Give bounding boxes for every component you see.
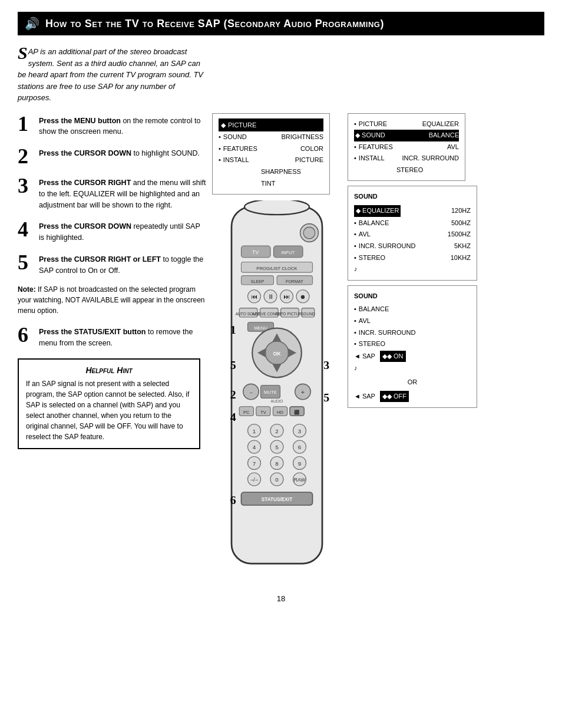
step-5-number: 5 (18, 252, 34, 273)
left-column: 1 Press the MENU button on the remote co… (18, 113, 206, 577)
svg-text:7: 7 (253, 460, 256, 467)
remote-area: ◆ PICTURE • SOUND BRIGHTNESS • FEATURES … (212, 113, 342, 577)
step-1-number: 1 (18, 113, 34, 134)
menu-screen-2: • PICTURE EQUALIZER ◆ SOUND BALANCE • FE… (348, 113, 465, 182)
svg-text:AUTO PICTURE: AUTO PICTURE (276, 312, 305, 316)
svg-text:MUTE: MUTE (264, 390, 277, 395)
menu3-equalizer: ◆ EQUALIZER 120HZ (354, 205, 471, 218)
svg-text:2: 2 (275, 428, 279, 434)
svg-text:3: 3 (298, 428, 302, 434)
page-title: How to Set the TV to Receive SAP (Second… (45, 18, 384, 30)
menu3-balance: • BALANCE 500HZ (354, 218, 471, 229)
svg-text:OK: OK (273, 351, 281, 357)
menu4-title: SOUND (354, 291, 471, 302)
menu4-stereo: • STEREO (354, 338, 471, 350)
svg-text:3: 3 (323, 358, 329, 371)
intro-paragraph: SAP is an additional part of the stereo … (18, 46, 206, 104)
svg-text:⏺: ⏺ (300, 294, 306, 300)
svg-text:9: 9 (298, 460, 302, 467)
menu3-stereo: • STEREO 10KHZ (354, 252, 471, 264)
page-number: 18 (18, 594, 544, 603)
step-2: 2 Press the CURSOR DOWN to highlight SOU… (18, 146, 206, 167)
svg-point-3 (303, 227, 315, 239)
hint-text: If an SAP signal is not present with a s… (26, 378, 192, 442)
note-text: Note: If SAP is not broadcasted on the s… (18, 284, 206, 316)
menu3-title: SOUND (354, 191, 471, 202)
step-2-number: 2 (18, 146, 34, 167)
step-1: 1 Press the MENU button on the remote co… (18, 113, 206, 138)
step-5-text: Press the CURSOR RIGHT or LEFT to toggle… (39, 252, 206, 276)
svg-point-1 (244, 200, 309, 215)
svg-text:2: 2 (230, 388, 236, 401)
svg-text:⬛: ⬛ (294, 409, 300, 415)
menu3-incr: • INCR. SURROUND 5KHZ (354, 241, 471, 252)
menu4-balance: • BALANCE (354, 304, 471, 315)
menu4-incr: • INCR. SURROUND (354, 327, 471, 339)
menu-screen-4: SOUND • BALANCE • AVL • INCR. SURROUND (348, 285, 477, 409)
step-2-text: Press the CURSOR DOWN to highlight SOUND… (39, 146, 200, 159)
svg-text:+: + (301, 388, 305, 396)
or-label: OR (354, 377, 471, 388)
menu2-features: • FEATURES AVL (354, 141, 459, 153)
helpful-hint-box: Helpful Hint If an SAP signal is not pre… (18, 358, 200, 449)
step-4: 4 Press the CURSOR DOWN repeatedly until… (18, 219, 206, 243)
menu-screen-1: ◆ PICTURE • SOUND BRIGHTNESS • FEATURES … (212, 113, 330, 195)
menu4-note: ♪ (354, 363, 471, 374)
menu-screen-3: SOUND ◆ EQUALIZER 120HZ • BALANCE 500HZ … (348, 186, 477, 280)
svg-text:TV: TV (260, 410, 267, 415)
step-4-number: 4 (18, 219, 34, 240)
intro-text: AP is an additional part of the stereo b… (18, 47, 203, 102)
svg-text:5: 5 (275, 444, 279, 451)
menu-1-row-tint: TINT (219, 178, 323, 190)
right-panels: • PICTURE EQUALIZER ◆ SOUND BALANCE • FE… (348, 113, 477, 409)
svg-text:STATUS/EXIT: STATUS/EXIT (262, 498, 292, 503)
svg-text:1: 1 (230, 323, 236, 336)
step-1-text: Press the MENU button on the remote cont… (39, 113, 206, 138)
step-5: 5 Press the CURSOR RIGHT or LEFT to togg… (18, 252, 206, 276)
svg-text:0: 0 (275, 477, 279, 483)
menu-1-row-features: • FEATURES COLOR (219, 143, 323, 155)
remote-svg: TV INPUT PROG/LIST CLOCK SLEEP FORMAT ⏮ (212, 200, 342, 577)
step-3-number: 3 (18, 175, 34, 196)
main-layout: 1 Press the MENU button on the remote co… (18, 113, 544, 577)
svg-text:FORMAT: FORMAT (286, 279, 303, 284)
svg-text:⏭: ⏭ (283, 293, 290, 300)
audio-icon: 🔊 (25, 17, 39, 31)
hint-title: Helpful Hint (26, 365, 192, 375)
menu2-picture: • PICTURE EQUALIZER (354, 118, 459, 130)
svg-text:PROG/LIST  CLOCK: PROG/LIST CLOCK (256, 266, 297, 271)
svg-text:INPUT: INPUT (281, 250, 295, 255)
svg-text:⏸: ⏸ (267, 293, 274, 300)
svg-text:8: 8 (275, 460, 279, 467)
svg-text:PC: PC (243, 410, 250, 415)
step-6-number: 6 (18, 324, 34, 345)
menu2-install: • INSTALL INCR. SURROUND (354, 153, 459, 164)
arrow-icon: ◆ (221, 120, 226, 131)
svg-text:⏮: ⏮ (251, 293, 257, 300)
svg-text:−: − (249, 390, 252, 396)
svg-text:SOUND: SOUND (301, 312, 315, 316)
menu-1-row-sound: • SOUND BRIGHTNESS (219, 131, 323, 143)
svg-text:−/−: −/− (250, 477, 258, 483)
svg-text:4: 4 (253, 444, 256, 451)
svg-text:4: 4 (230, 410, 236, 423)
menu4-sap-on: ◄ SAP ◆◆ ON (354, 350, 471, 363)
step-3-text: Press the CURSOR RIGHT and the menu will… (39, 175, 206, 210)
step-4-text: Press the CURSOR DOWN repeatedly until S… (39, 219, 206, 243)
svg-text:AUDIO: AUDIO (271, 399, 283, 403)
menu-screen-1-header: ◆ PICTURE (219, 118, 323, 132)
svg-text:6: 6 (230, 493, 236, 506)
menu4-sap-off: ◄ SAP ◆◆ OFF (354, 390, 471, 403)
step-6: 6 Press the STATUS/EXIT button to remove… (18, 324, 206, 349)
drop-cap: S (18, 46, 28, 60)
step-3: 3 Press the CURSOR RIGHT and the menu wi… (18, 175, 206, 210)
svg-text:SLEEP: SLEEP (250, 279, 264, 284)
svg-text:MENU: MENU (254, 325, 267, 331)
menu3-note: ♪ (354, 263, 471, 275)
svg-text:6: 6 (298, 444, 302, 451)
visual-section: ◆ PICTURE • SOUND BRIGHTNESS • FEATURES … (212, 113, 544, 577)
menu3-avl: • AVL 1500HZ (354, 229, 471, 241)
menu-1-title: PICTURE (228, 120, 256, 131)
svg-text:RAW: RAW (293, 477, 306, 483)
svg-text:1: 1 (253, 428, 256, 434)
